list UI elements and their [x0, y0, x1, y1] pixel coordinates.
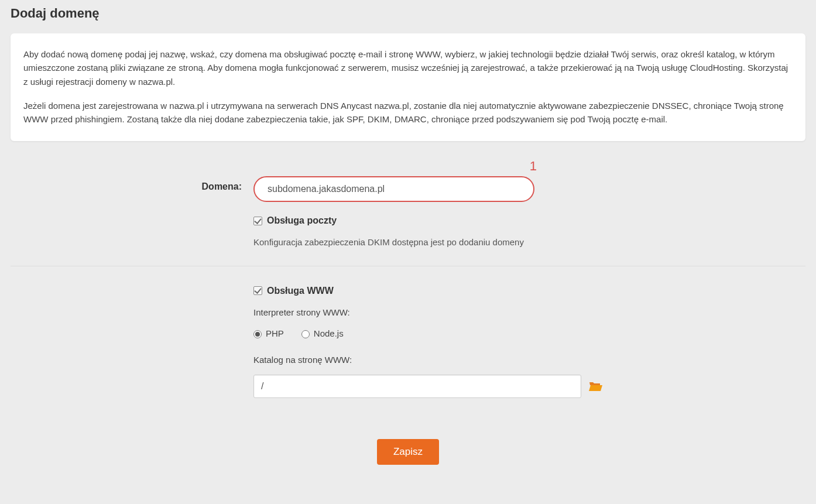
- section-divider: [11, 266, 805, 266]
- interpreter-nodejs-label: Node.js: [314, 327, 344, 341]
- domain-label: Domena:: [202, 181, 242, 191]
- directory-input[interactable]: [253, 375, 581, 398]
- page-title: Dodaj domenę: [11, 0, 805, 33]
- mail-support-checkbox[interactable]: [253, 217, 262, 225]
- www-support-checkbox[interactable]: [253, 286, 262, 295]
- interpreter-label: Interpreter strony WWW:: [253, 306, 805, 320]
- annotation-1: 1: [530, 156, 537, 176]
- folder-open-icon[interactable]: [588, 380, 602, 392]
- interpreter-radio-php[interactable]: PHP: [253, 327, 284, 341]
- info-box: Aby dodać nową domenę podaj jej nazwę, w…: [11, 33, 805, 141]
- radio-icon: [301, 330, 310, 338]
- radio-icon: [253, 330, 262, 338]
- domain-input[interactable]: [253, 176, 534, 202]
- info-paragraph-2: Jeżeli domena jest zarejestrowana w nazw…: [23, 99, 793, 126]
- info-paragraph-1: Aby dodać nową domenę podaj jej nazwę, w…: [23, 47, 793, 88]
- interpreter-php-label: PHP: [266, 327, 284, 341]
- directory-label: Katalog na stronę WWW:: [253, 354, 805, 367]
- www-support-label: Obsługa WWW: [267, 284, 334, 298]
- add-domain-form: Domena: 1 Obsługa poczty Konfiguracja za…: [11, 176, 805, 488]
- mail-support-label: Obsługa poczty: [267, 214, 337, 228]
- save-button[interactable]: Zapisz: [377, 439, 439, 465]
- mail-helper-text: Konfiguracja zabezpieczenia DKIM dostępn…: [253, 236, 805, 249]
- interpreter-radio-nodejs[interactable]: Node.js: [301, 327, 344, 341]
